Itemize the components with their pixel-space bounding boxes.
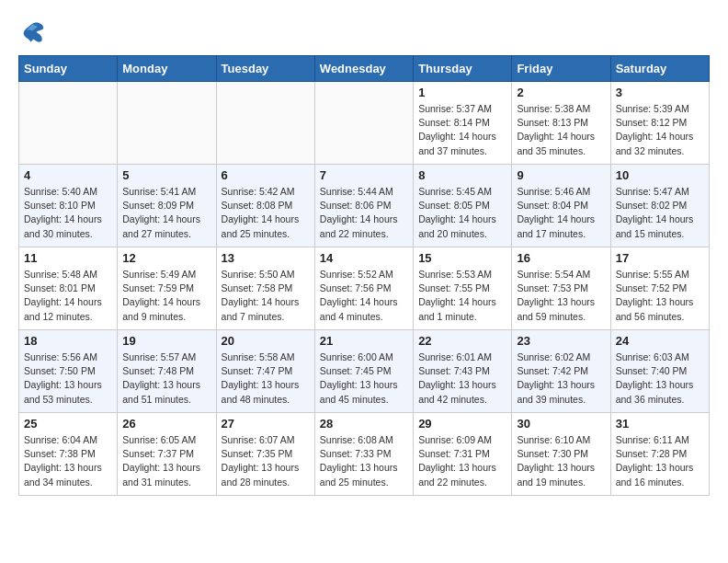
day-number: 23 [517,334,605,348]
calendar-cell: 31Sunrise: 6:11 AMSunset: 7:28 PMDayligh… [610,413,709,496]
calendar-cell: 7Sunrise: 5:44 AMSunset: 8:06 PMDaylight… [314,165,413,247]
day-number: 6 [222,168,310,182]
calendar-cell: 15Sunrise: 5:53 AMSunset: 7:55 PMDayligh… [414,247,512,330]
week-row-2: 4Sunrise: 5:40 AMSunset: 8:10 PMDaylight… [19,165,710,247]
day-info: Sunrise: 5:46 AMSunset: 8:04 PMDaylight:… [517,185,605,241]
calendar-cell: 9Sunrise: 5:46 AMSunset: 8:04 PMDaylight… [512,165,610,247]
day-number: 19 [122,334,210,348]
weekday-header-monday: Monday [118,56,216,82]
calendar-cell: 25Sunrise: 6:04 AMSunset: 7:38 PMDayligh… [19,413,118,496]
day-number: 7 [320,168,408,182]
calendar-cell: 30Sunrise: 6:10 AMSunset: 7:30 PMDayligh… [512,413,610,496]
day-number: 25 [24,417,112,431]
calendar-cell: 27Sunrise: 6:07 AMSunset: 7:35 PMDayligh… [216,413,314,496]
weekday-header-saturday: Saturday [610,56,709,82]
day-number: 27 [222,417,310,431]
day-info: Sunrise: 5:53 AMSunset: 7:55 PMDaylight:… [418,268,506,324]
calendar-cell [314,82,413,165]
day-info: Sunrise: 6:03 AMSunset: 7:40 PMDaylight:… [616,350,704,407]
day-number: 29 [418,417,506,431]
day-number: 22 [418,334,506,348]
day-number: 10 [616,168,704,182]
day-info: Sunrise: 5:44 AMSunset: 8:06 PMDaylight:… [320,185,408,241]
day-number: 15 [418,251,506,265]
weekday-header-sunday: Sunday [19,56,118,82]
calendar-cell: 21Sunrise: 6:00 AMSunset: 7:45 PMDayligh… [314,330,413,413]
day-number: 5 [122,168,210,182]
day-number: 26 [122,417,210,431]
day-info: Sunrise: 6:02 AMSunset: 7:42 PMDaylight:… [517,350,605,407]
calendar-cell: 23Sunrise: 6:02 AMSunset: 7:42 PMDayligh… [512,330,610,413]
day-info: Sunrise: 5:45 AMSunset: 8:05 PMDaylight:… [418,185,506,241]
calendar-cell: 11Sunrise: 5:48 AMSunset: 8:01 PMDayligh… [19,247,118,330]
calendar-header: SundayMondayTuesdayWednesdayThursdayFrid… [19,56,710,82]
day-number: 20 [222,334,310,348]
day-info: Sunrise: 5:42 AMSunset: 8:08 PMDaylight:… [222,185,310,241]
day-number: 14 [320,251,408,265]
header [18,18,710,46]
week-row-1: 1Sunrise: 5:37 AMSunset: 8:14 PMDaylight… [19,82,710,165]
day-info: Sunrise: 5:37 AMSunset: 8:14 PMDaylight:… [418,102,506,158]
day-info: Sunrise: 6:07 AMSunset: 7:35 PMDaylight:… [222,433,310,489]
calendar-cell: 26Sunrise: 6:05 AMSunset: 7:37 PMDayligh… [118,413,216,496]
day-number: 13 [222,251,310,265]
day-info: Sunrise: 6:04 AMSunset: 7:38 PMDaylight:… [24,433,112,489]
weekday-header-thursday: Thursday [414,56,512,82]
day-info: Sunrise: 5:47 AMSunset: 8:02 PMDaylight:… [616,185,704,241]
week-row-5: 25Sunrise: 6:04 AMSunset: 7:38 PMDayligh… [19,413,710,496]
day-number: 16 [517,251,605,265]
day-info: Sunrise: 6:10 AMSunset: 7:30 PMDaylight:… [517,433,605,489]
day-info: Sunrise: 6:01 AMSunset: 7:43 PMDaylight:… [418,350,506,407]
day-info: Sunrise: 6:11 AMSunset: 7:28 PMDaylight:… [616,433,704,489]
week-row-4: 18Sunrise: 5:56 AMSunset: 7:50 PMDayligh… [19,330,710,413]
calendar-cell: 1Sunrise: 5:37 AMSunset: 8:14 PMDaylight… [414,82,512,165]
day-number: 4 [24,168,112,182]
calendar-cell [216,82,314,165]
page: SundayMondayTuesdayWednesdayThursdayFrid… [0,0,728,505]
calendar-cell: 12Sunrise: 5:49 AMSunset: 7:59 PMDayligh… [118,247,216,330]
day-info: Sunrise: 6:00 AMSunset: 7:45 PMDaylight:… [320,350,408,407]
calendar-cell: 5Sunrise: 5:41 AMSunset: 8:09 PMDaylight… [118,165,216,247]
day-info: Sunrise: 5:57 AMSunset: 7:48 PMDaylight:… [122,350,210,407]
day-number: 17 [616,251,704,265]
day-info: Sunrise: 5:49 AMSunset: 7:59 PMDaylight:… [122,268,210,324]
day-number: 11 [24,251,112,265]
day-number: 3 [616,86,704,99]
day-number: 24 [616,334,704,348]
day-number: 18 [24,334,112,348]
calendar-cell: 14Sunrise: 5:52 AMSunset: 7:56 PMDayligh… [314,247,413,330]
day-info: Sunrise: 5:48 AMSunset: 8:01 PMDaylight:… [24,268,112,324]
calendar-cell: 3Sunrise: 5:39 AMSunset: 8:12 PMDaylight… [610,82,709,165]
day-number: 9 [517,168,605,182]
calendar-cell: 29Sunrise: 6:09 AMSunset: 7:31 PMDayligh… [414,413,512,496]
day-info: Sunrise: 5:56 AMSunset: 7:50 PMDaylight:… [24,350,112,407]
day-number: 1 [418,86,506,99]
weekday-header-row: SundayMondayTuesdayWednesdayThursdayFrid… [19,56,710,82]
day-info: Sunrise: 5:52 AMSunset: 7:56 PMDaylight:… [320,268,408,324]
day-info: Sunrise: 5:50 AMSunset: 7:58 PMDaylight:… [222,268,310,324]
weekday-header-wednesday: Wednesday [314,56,413,82]
day-number: 8 [418,168,506,182]
calendar-cell: 22Sunrise: 6:01 AMSunset: 7:43 PMDayligh… [414,330,512,413]
day-number: 31 [616,417,704,431]
day-info: Sunrise: 6:08 AMSunset: 7:33 PMDaylight:… [320,433,408,489]
week-row-3: 11Sunrise: 5:48 AMSunset: 8:01 PMDayligh… [19,247,710,330]
calendar-cell: 4Sunrise: 5:40 AMSunset: 8:10 PMDaylight… [19,165,118,247]
calendar-cell: 16Sunrise: 5:54 AMSunset: 7:53 PMDayligh… [512,247,610,330]
calendar-cell: 18Sunrise: 5:56 AMSunset: 7:50 PMDayligh… [19,330,118,413]
weekday-header-tuesday: Tuesday [216,56,314,82]
day-info: Sunrise: 6:09 AMSunset: 7:31 PMDaylight:… [418,433,506,489]
logo [18,18,50,46]
day-number: 28 [320,417,408,431]
calendar-cell: 10Sunrise: 5:47 AMSunset: 8:02 PMDayligh… [610,165,709,247]
day-info: Sunrise: 5:39 AMSunset: 8:12 PMDaylight:… [616,102,704,158]
day-info: Sunrise: 6:05 AMSunset: 7:37 PMDaylight:… [122,433,210,489]
day-number: 30 [517,417,605,431]
day-number: 2 [517,86,605,99]
calendar-cell: 2Sunrise: 5:38 AMSunset: 8:13 PMDaylight… [512,82,610,165]
day-info: Sunrise: 5:41 AMSunset: 8:09 PMDaylight:… [122,185,210,241]
calendar-cell: 6Sunrise: 5:42 AMSunset: 8:08 PMDaylight… [216,165,314,247]
weekday-header-friday: Friday [512,56,610,82]
day-info: Sunrise: 5:58 AMSunset: 7:47 PMDaylight:… [222,350,310,407]
calendar-cell: 13Sunrise: 5:50 AMSunset: 7:58 PMDayligh… [216,247,314,330]
